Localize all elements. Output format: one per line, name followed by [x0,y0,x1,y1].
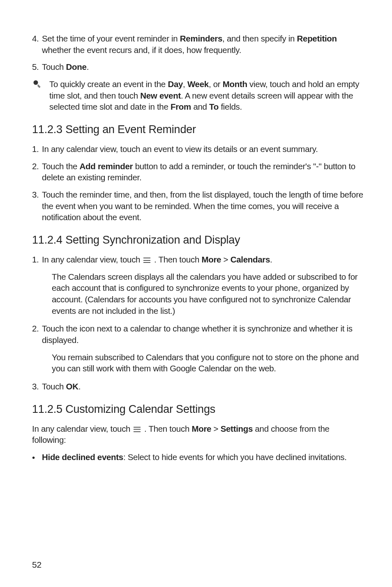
step-1: 1. In any calendar view, touch . Then to… [32,254,363,265]
heading-11-2-5: 11.2.5 Customizing Calendar Settings [32,403,363,416]
tip-text: To quickly create an event in the Day, W… [49,78,363,113]
bold-from: From [171,102,191,111]
bullet-item: • Hide declined events: Select to hide e… [32,451,363,463]
text-fragment: Set the time of your event reminder in [42,34,180,43]
text-fragment: Touch [42,62,66,71]
step-text: In any calendar view, touch an event to … [42,143,363,155]
bold-to: To [209,102,219,111]
step-4: 4. Set the time of your event reminder i… [32,33,363,55]
bold-repetition: Repetition [297,34,337,43]
menu-icon [143,258,150,263]
step-text: Touch OK. [42,381,363,392]
text-fragment: In any calendar view, touch [32,424,133,433]
step-number: 2. [32,323,42,345]
text-fragment: . Then touch [142,424,192,433]
tip-block: To quickly create an event in the Day, W… [32,78,363,113]
text-fragment: , or [209,79,223,89]
text-fragment: In any calendar view, touch [42,255,143,264]
text-fragment: To quickly create an event in the [49,79,168,89]
svg-point-0 [34,81,38,85]
step-5: 5. Touch Done. [32,61,363,73]
text-fragment: , [183,79,187,89]
text-fragment: . [87,62,89,71]
text-fragment: and [191,102,209,111]
bold-settings: Settings [221,424,253,433]
bullet-dot: • [32,451,42,463]
text-fragment: Touch the [42,161,80,171]
page-number: 52 [32,560,42,570]
text-fragment: whether the event recurs and, if it does… [42,45,241,55]
bold-more: More [191,424,211,433]
text-fragment: Touch [42,382,66,391]
menu-icon [134,427,141,432]
sub-paragraph: The Calendars screen displays all the ca… [52,271,363,317]
step-text: Set the time of your event reminder in R… [42,33,363,55]
text-fragment: > [221,255,230,264]
text-fragment: fields. [219,102,242,111]
step-number: 3. [32,189,42,223]
text-fragment: . [78,382,81,391]
step-number: 3. [32,381,42,392]
text-fragment: > [211,424,220,433]
step-text: Touch the Add reminder button to add a r… [42,161,363,183]
bold-ok: OK [66,382,78,391]
step-3: 3. Touch the reminder time, and then, fr… [32,189,363,223]
step-text: Touch the icon next to a calendar to cha… [42,323,363,345]
bold-new-event: New event [140,91,181,100]
step-3: 3. Touch OK. [32,381,363,392]
step-number: 1. [32,143,42,155]
step-1: 1. In any calendar view, touch an event … [32,143,363,155]
bold-more: More [201,255,221,264]
tip-icon [32,78,49,113]
bullet-text: Hide declined events: Select to hide eve… [42,451,363,463]
sub-paragraph: You remain subscribed to Calendars that … [52,352,363,374]
text-fragment: , and then specify in [222,34,297,43]
step-2: 2. Touch the icon next to a calendar to … [32,323,363,345]
step-number: 4. [32,33,42,55]
heading-11-2-4: 11.2.4 Setting Synchronization and Displ… [32,234,363,246]
step-text: Touch Done. [42,61,363,73]
bold-add-reminder: Add reminder [80,161,133,171]
step-number: 2. [32,161,42,183]
step-text: Touch the reminder time, and then, from … [42,189,363,223]
step-text: In any calendar view, touch . Then touch… [42,254,363,265]
bold-reminders: Reminders [180,34,222,43]
text-fragment: : Select to hide events for which you ha… [123,452,347,462]
bold-hide-declined: Hide declined events [42,452,123,462]
text-fragment: . [270,255,272,264]
bold-calendars: Calendars [231,255,270,264]
bold-week: Week [187,79,209,89]
intro-paragraph: In any calendar view, touch . Then touch… [32,423,363,446]
heading-11-2-3: 11.2.3 Setting an Event Reminder [32,123,363,136]
step-2: 2. Touch the Add reminder button to add … [32,161,363,183]
bold-day: Day [168,79,183,89]
bold-done: Done [66,62,87,71]
step-number: 1. [32,254,42,265]
step-number: 5. [32,61,42,73]
bold-month: Month [223,79,247,89]
text-fragment: . Then touch [152,255,202,264]
